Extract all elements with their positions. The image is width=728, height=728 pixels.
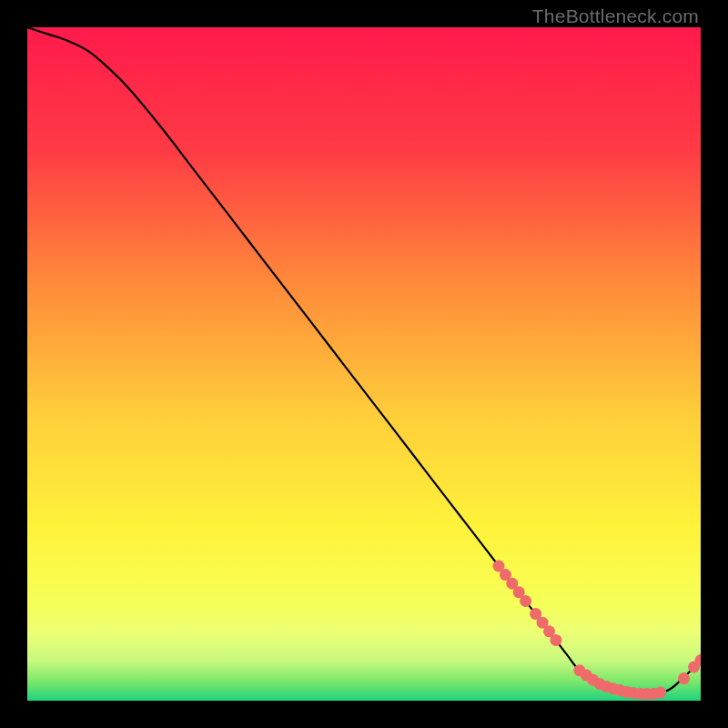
watermark-text: TheBottleneck.com (532, 5, 699, 27)
svg-rect-0 (27, 27, 701, 701)
gradient-background (27, 27, 701, 701)
chart-frame: TheBottleneck.com (0, 0, 728, 728)
plot-area (27, 27, 701, 701)
